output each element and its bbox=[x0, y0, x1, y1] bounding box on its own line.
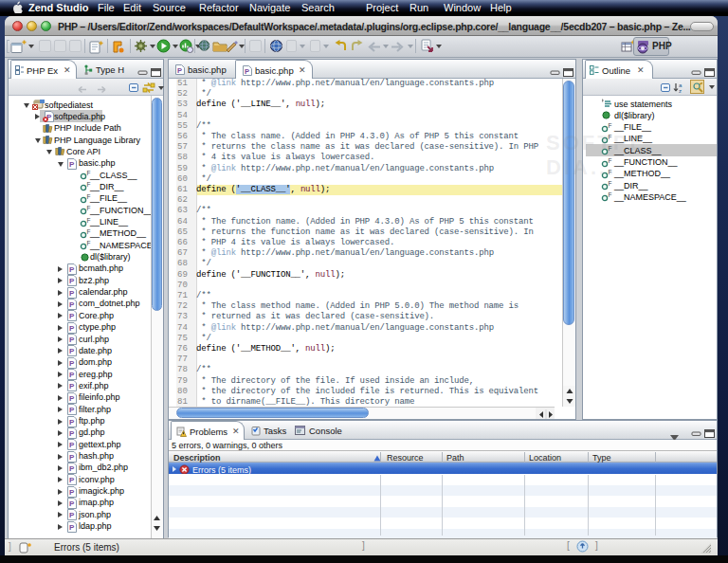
svg-text:P: P bbox=[177, 66, 182, 75]
svg-text:F: F bbox=[609, 191, 612, 198]
svg-text:F: F bbox=[609, 122, 612, 129]
svg-text:P: P bbox=[69, 394, 75, 403]
svg-text:P: P bbox=[245, 67, 249, 76]
svg-text:P: P bbox=[69, 511, 75, 519]
svg-text:F: F bbox=[609, 180, 612, 187]
svg-text:P: P bbox=[69, 453, 75, 462]
svg-text:P: P bbox=[69, 277, 75, 285]
svg-text:P: P bbox=[69, 441, 75, 449]
svg-text:P: P bbox=[69, 523, 75, 532]
svg-text:P: P bbox=[69, 499, 75, 508]
svg-text:P: P bbox=[69, 476, 75, 484]
svg-text:P: P bbox=[69, 488, 75, 497]
svg-text:P: P bbox=[69, 300, 75, 309]
svg-text:P: P bbox=[69, 359, 75, 368]
svg-text:P: P bbox=[69, 406, 75, 414]
svg-text:P: P bbox=[69, 429, 75, 438]
svg-text:P: P bbox=[69, 160, 75, 169]
svg-text:P: P bbox=[69, 312, 75, 320]
svg-text:P: P bbox=[69, 418, 75, 427]
svg-text:P: P bbox=[69, 464, 75, 473]
svg-text:P: P bbox=[69, 265, 75, 274]
svg-text:z: z bbox=[679, 88, 682, 94]
svg-text:P: P bbox=[69, 371, 75, 379]
svg-text:P: P bbox=[69, 347, 75, 355]
svg-text:P: P bbox=[69, 289, 75, 298]
svg-text:P: P bbox=[69, 336, 75, 344]
svg-text:P: P bbox=[69, 382, 75, 390]
svg-text:P: P bbox=[69, 324, 75, 333]
